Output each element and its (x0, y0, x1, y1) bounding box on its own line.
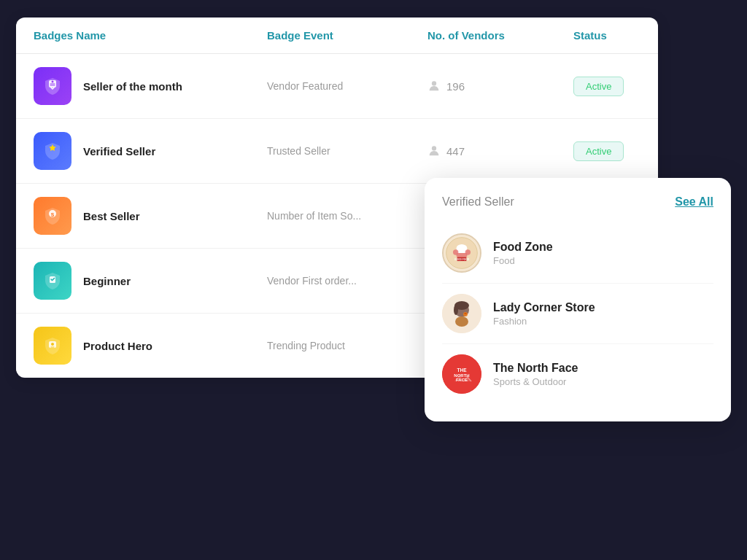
food-zone-logo: GOOD FOOD (444, 233, 480, 273)
vendor-number: 447 (446, 145, 465, 158)
badge-event-beginner: Vendor First order... (267, 275, 427, 287)
popup-title: Verified Seller (442, 195, 514, 209)
popup-header: Verified Seller See All (442, 195, 713, 209)
table-row: Seller of the month Vendor Featured 196 … (16, 54, 658, 119)
header-status: Status (573, 29, 658, 42)
see-all-link[interactable]: See All (675, 195, 713, 209)
badge-icon-verified (34, 132, 71, 170)
badge-cell: Beginner (34, 262, 267, 300)
badge-name-seller-month: Seller of the month (83, 80, 182, 93)
header-badge-event: Badge Event (267, 29, 427, 42)
badge-cell: Verified Seller (34, 132, 267, 170)
person-icon (427, 79, 441, 93)
badge-icon-bestseller: $ (34, 197, 71, 235)
badge-icon-beginner (34, 262, 71, 300)
header-badges-name: Badges Name (34, 29, 267, 42)
vendor-item: Lady Corner Store Fashion (442, 284, 713, 344)
badge-cell: $ Best Seller (34, 197, 267, 235)
header-no-vendors: No. of Vendors (427, 29, 573, 42)
vendor-avatar-lady-corner (442, 294, 481, 333)
status-cell-seller-month: Active (573, 77, 658, 96)
north-face-logo: THE NORTH FACE (442, 354, 481, 394)
svg-point-3 (432, 146, 436, 150)
vendor-info: The North Face Sports & Outdoor (493, 362, 578, 387)
vendor-category: Sports & Outdoor (493, 376, 578, 387)
vendor-name: The North Face (493, 362, 578, 375)
badge-name-bestseller: Best Seller (83, 210, 140, 222)
badge-event-verified: Trusted Seller (267, 145, 427, 157)
vendor-popup: Verified Seller See All GOOD FO (425, 178, 731, 421)
badge-name-verified: Verified Seller (83, 145, 155, 158)
lady-corner-logo (442, 294, 481, 333)
vendor-number: 196 (446, 80, 465, 93)
badge-event-bestseller: Number of Item So... (267, 210, 427, 222)
svg-point-21 (454, 305, 458, 315)
badge-icon-seller-month (34, 67, 71, 105)
badge-name-product-hero: Product Hero (83, 340, 152, 352)
badge-event-seller-month: Vendor Featured (267, 80, 427, 92)
status-badge-active: Active (573, 141, 624, 161)
svg-point-8 (51, 343, 54, 346)
svg-rect-15 (457, 253, 468, 257)
badge-icon-product-hero (34, 327, 71, 365)
badge-name-beginner: Beginner (83, 275, 131, 287)
svg-text:GOOD FOOD: GOOD FOOD (454, 258, 470, 261)
vendor-item: THE NORTH FACE The North Face Sports & O… (442, 344, 713, 404)
badge-event-product-hero: Trending Product (267, 340, 427, 351)
status-cell-verified: Active (573, 141, 658, 161)
badge-cell: Product Hero (34, 327, 267, 365)
table-row: Verified Seller Trusted Seller 447 Activ… (16, 119, 658, 184)
svg-point-22 (455, 316, 468, 327)
svg-text:$: $ (51, 211, 55, 218)
svg-point-1 (52, 81, 54, 83)
vendor-count-verified: 447 (427, 144, 573, 158)
vendor-name: Food Zone (493, 241, 553, 254)
vendor-avatar-food-zone: GOOD FOOD (442, 233, 481, 273)
table-header: Badges Name Badge Event No. of Vendors S… (16, 18, 658, 54)
vendor-info: Food Zone Food (493, 241, 553, 266)
vendor-category: Food (493, 255, 553, 266)
badge-cell: Seller of the month (34, 67, 267, 105)
vendor-info: Lady Corner Store Fashion (493, 301, 595, 327)
vendor-avatar-north-face: THE NORTH FACE (442, 354, 481, 394)
vendor-category: Fashion (493, 316, 595, 327)
svg-rect-12 (457, 249, 467, 253)
vendor-count-seller-month: 196 (427, 79, 573, 93)
vendor-item: GOOD FOOD Food Zone Food (442, 223, 713, 284)
vendor-name: Lady Corner Store (493, 301, 595, 314)
person-icon (427, 144, 441, 158)
svg-point-2 (432, 81, 436, 85)
status-badge-active: Active (573, 77, 624, 96)
svg-text:THE: THE (457, 368, 468, 373)
